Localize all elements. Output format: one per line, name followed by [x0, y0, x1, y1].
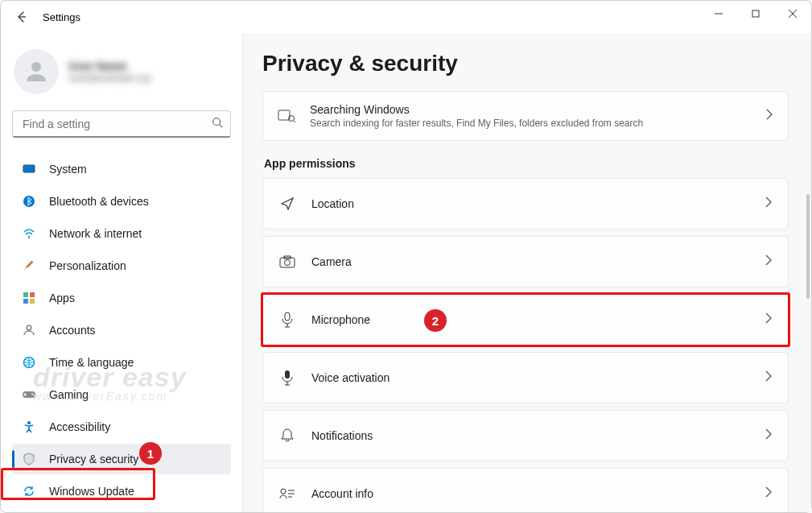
apps-icon — [22, 291, 36, 305]
accessibility-icon — [22, 420, 36, 434]
sidebar-item-accounts[interactable]: Accounts — [12, 315, 231, 345]
voice-icon — [279, 370, 295, 386]
wifi-icon — [22, 226, 36, 241]
card-text: Searching Windows Search indexing for fa… — [310, 103, 751, 129]
titlebar: Settings — [1, 1, 811, 33]
chevron-right-icon — [765, 486, 772, 501]
permission-label: Voice activation — [311, 371, 749, 384]
svg-point-2 — [213, 118, 221, 126]
gamepad-icon — [22, 387, 36, 402]
svg-rect-10 — [23, 299, 28, 304]
permission-microphone[interactable]: Microphone 2 — [262, 294, 789, 345]
paintbrush-icon — [22, 259, 36, 273]
bell-icon — [279, 428, 295, 444]
svg-point-21 — [285, 260, 291, 266]
bluetooth-icon — [22, 194, 36, 209]
minimize-button[interactable] — [700, 1, 737, 27]
window-controls — [700, 1, 811, 27]
sidebar-item-network[interactable]: Network & internet — [12, 218, 231, 249]
sidebar-item-label: Apps — [49, 292, 75, 304]
close-icon — [789, 10, 797, 18]
sidebar-item-label: Network & internet — [49, 227, 142, 240]
back-button[interactable] — [7, 2, 36, 31]
svg-rect-11 — [30, 299, 35, 304]
sidebar-item-personalization[interactable]: Personalization — [12, 250, 231, 281]
sidebar-item-gaming[interactable]: Gaming — [12, 379, 231, 410]
display-icon — [22, 162, 36, 176]
chevron-right-icon — [765, 428, 772, 443]
search-input[interactable] — [12, 110, 231, 138]
page-title: Privacy & security — [262, 51, 789, 77]
account-icon — [22, 323, 36, 337]
section-heading: App permissions — [264, 157, 789, 170]
content: Privacy & security Searching Windows Sea… — [242, 33, 811, 512]
svg-rect-20 — [280, 258, 295, 267]
sidebar-item-label: Accessibility — [49, 420, 110, 433]
sidebar-item-bluetooth[interactable]: Bluetooth & devices — [12, 186, 231, 217]
permission-label: Account info — [311, 487, 749, 500]
profile-name: User Name — [68, 60, 150, 72]
shield-icon — [22, 452, 36, 466]
permission-notifications[interactable]: Notifications — [262, 410, 789, 461]
search-wrap — [12, 110, 231, 138]
scrollbar[interactable] — [806, 194, 810, 299]
permission-account-info[interactable]: Account info — [262, 468, 789, 512]
location-icon — [279, 196, 295, 212]
sidebar-item-label: Privacy & security — [49, 453, 138, 465]
avatar — [14, 49, 59, 94]
profile-email: user@example.org — [68, 72, 150, 84]
svg-point-6 — [28, 238, 30, 239]
svg-rect-3 — [23, 165, 35, 172]
sidebar-item-time[interactable]: Time & language — [12, 347, 231, 378]
svg-point-15 — [31, 393, 33, 395]
maximize-icon — [752, 10, 760, 18]
svg-rect-9 — [30, 292, 35, 297]
sidebar-item-accessibility[interactable]: Accessibility — [12, 412, 231, 442]
chevron-right-icon — [765, 370, 772, 385]
svg-point-25 — [281, 489, 286, 494]
search-icon — [212, 117, 223, 131]
svg-point-16 — [33, 395, 35, 396]
window-title: Settings — [43, 11, 80, 23]
annotation-box-1 — [1, 468, 155, 500]
globe-icon — [22, 355, 36, 370]
annotation-badge-1: 1 — [139, 442, 162, 465]
svg-point-1 — [31, 62, 41, 72]
arrow-left-icon — [15, 10, 28, 23]
sidebar: User Name user@example.org System Blueto… — [1, 33, 242, 512]
minimize-icon — [715, 10, 723, 18]
permission-location[interactable]: Location — [262, 178, 789, 230]
card-subtitle: Search indexing for faster results, Find… — [310, 118, 751, 129]
permission-camera[interactable]: Camera — [262, 236, 789, 288]
permission-label: Notifications — [311, 429, 749, 442]
permission-voice-activation[interactable]: Voice activation — [262, 352, 789, 403]
chevron-right-icon — [765, 197, 772, 211]
svg-rect-8 — [23, 292, 28, 297]
window-body: User Name user@example.org System Blueto… — [1, 33, 811, 512]
sidebar-item-label: System — [49, 163, 87, 176]
close-button[interactable] — [774, 1, 811, 27]
annotation-badge-2: 2 — [424, 309, 447, 332]
sidebar-item-label: Time & language — [49, 356, 134, 369]
search-windows-icon — [278, 107, 295, 125]
sidebar-item-apps[interactable]: Apps — [12, 283, 231, 313]
annotation-box-2 — [261, 292, 790, 347]
nav: System Bluetooth & devices Network & int… — [12, 154, 231, 507]
permissions-list: Location Camera Microphone 2 — [262, 178, 789, 512]
sidebar-item-system[interactable]: System — [12, 154, 231, 184]
chevron-right-icon — [765, 254, 772, 269]
svg-rect-18 — [278, 110, 290, 120]
svg-rect-0 — [752, 10, 759, 17]
sidebar-item-label: Personalization — [49, 259, 126, 272]
profile[interactable]: User Name user@example.org — [14, 49, 229, 94]
maximize-button[interactable] — [737, 1, 774, 27]
chevron-right-icon — [765, 109, 773, 123]
camera-icon — [279, 254, 295, 270]
person-icon — [22, 57, 51, 86]
sidebar-item-label: Gaming — [49, 388, 89, 401]
settings-window: Settings User Name user@example.org — [0, 0, 812, 513]
profile-text: User Name user@example.org — [68, 60, 150, 84]
sidebar-item-label: Bluetooth & devices — [49, 195, 149, 208]
account-info-icon — [279, 486, 295, 502]
searching-windows-card[interactable]: Searching Windows Search indexing for fa… — [262, 91, 789, 141]
